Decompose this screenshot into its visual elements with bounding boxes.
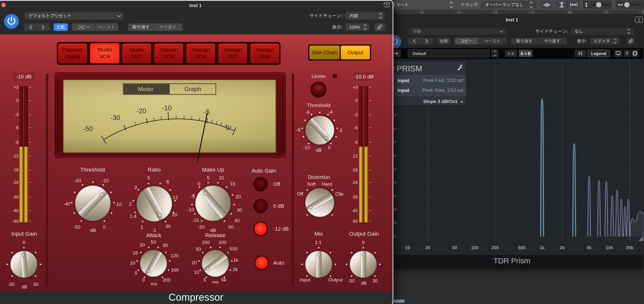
svg-text:Limiter: Limiter — [311, 74, 326, 79]
svg-text:10: 10 — [219, 175, 224, 180]
svg-text:0: 0 — [394, 140, 396, 144]
svg-text:VCA: VCA — [163, 54, 174, 59]
svg-text:Digital: Digital — [65, 54, 80, 59]
svg-text:5: 5 — [135, 270, 138, 276]
svg-text:10: 10 — [405, 245, 410, 250]
svg-text:0: 0 — [355, 98, 358, 103]
svg-text:Clip: Clip — [335, 191, 344, 196]
svg-text:-6: -6 — [15, 125, 19, 130]
svg-text:0: 0 — [394, 221, 396, 225]
svg-text:-6: -6 — [306, 110, 310, 115]
svg-text:-12: -12 — [351, 154, 358, 159]
svg-text:?: ? — [626, 51, 628, 56]
svg-text:-10.0 dB: -10.0 dB — [354, 74, 374, 79]
svg-text:-20: -20 — [136, 107, 146, 115]
svg-text:3: 3 — [134, 185, 137, 190]
svg-text:Ratio: Ratio — [148, 167, 160, 173]
svg-text:A > B: A > B — [520, 52, 531, 56]
svg-text:2k: 2k — [560, 245, 565, 250]
svg-text:-40: -40 — [12, 208, 19, 213]
svg-text:TDR Prism: TDR Prism — [494, 257, 531, 265]
svg-text:Opto: Opto — [259, 54, 271, 59]
svg-text:Vintage: Vintage — [256, 47, 274, 53]
svg-text:-40: -40 — [63, 201, 70, 207]
svg-text:dB: dB — [90, 228, 96, 233]
svg-text:-30: -30 — [74, 178, 81, 183]
svg-text:200: 200 — [163, 277, 171, 283]
svg-text:-40: -40 — [351, 208, 358, 213]
svg-text:10: 10 — [130, 260, 135, 266]
svg-text:Make Up: Make Up — [202, 167, 224, 173]
svg-text:0: 0 — [394, 99, 396, 104]
svg-text:20: 20 — [235, 194, 241, 199]
svg-text:-30: -30 — [351, 195, 358, 199]
svg-text:Vintage: Vintage — [192, 47, 210, 53]
svg-text:-15: -15 — [192, 218, 199, 223]
svg-text:0: 0 — [394, 207, 396, 212]
svg-text:500: 500 — [518, 245, 526, 250]
svg-text:-9: -9 — [354, 140, 358, 145]
svg-text:100%: 100% — [349, 25, 360, 30]
svg-text:-60: -60 — [351, 219, 358, 224]
svg-text:Soft: Soft — [307, 181, 316, 187]
svg-text:dB: dB — [361, 280, 367, 286]
svg-text:Input: Input — [397, 78, 409, 83]
svg-text:8: 8 — [166, 179, 169, 184]
svg-text:-24: -24 — [351, 180, 358, 185]
svg-text:20: 20 — [425, 245, 430, 250]
svg-text:Auto Gain: Auto Gain — [252, 168, 276, 174]
svg-text:-18: -18 — [351, 168, 358, 172]
svg-text:Output: Output — [328, 277, 343, 282]
svg-text:0: 0 — [16, 98, 19, 103]
svg-text:0: 0 — [394, 180, 396, 184]
svg-text:-24: -24 — [12, 180, 19, 185]
svg-text:5k: 5k — [587, 245, 592, 250]
svg-text:Vintage: Vintage — [224, 47, 242, 53]
svg-text:-10: -10 — [115, 202, 122, 207]
svg-text:80: 80 — [163, 243, 168, 248]
svg-text:120: 120 — [171, 253, 179, 258]
svg-text:160: 160 — [171, 267, 179, 273]
svg-text:-50: -50 — [83, 125, 93, 133]
svg-text:15: 15 — [133, 250, 138, 256]
svg-text:ms: ms — [151, 281, 157, 286]
svg-text:Mix: Mix — [314, 231, 323, 237]
svg-text:2k: 2k — [233, 267, 238, 272]
svg-text:-20: -20 — [198, 224, 205, 230]
svg-text:0: 0 — [394, 86, 396, 90]
svg-text:100: 100 — [471, 245, 478, 250]
svg-text:0: 0 — [394, 194, 396, 198]
svg-text:1:1: 1:1 — [315, 240, 321, 245]
svg-text:Output: Output — [347, 49, 363, 55]
svg-text:Peak Slow, 1/12 oct: Peak Slow, 1/12 oct — [423, 87, 464, 93]
svg-text:20: 20 — [191, 260, 197, 265]
svg-text:0: 0 — [394, 153, 396, 158]
svg-text:+3: +3 — [353, 85, 358, 90]
svg-text:-30: -30 — [110, 114, 120, 122]
svg-text:Classic: Classic — [160, 47, 177, 53]
svg-text:Distortion: Distortion — [308, 174, 330, 180]
svg-text:-10: -10 — [187, 207, 194, 212]
svg-text:Release: Release — [205, 232, 226, 238]
svg-text:Hard: Hard — [321, 181, 332, 187]
svg-text:50: 50 — [228, 224, 233, 230]
svg-text:15: 15 — [230, 181, 235, 186]
svg-text:10k: 10k — [606, 245, 613, 250]
svg-text:Off: Off — [273, 181, 280, 187]
svg-text:0: 0 — [394, 126, 396, 131]
svg-text:-10: -10 — [162, 104, 172, 112]
svg-text:Output Gain: Output Gain — [349, 231, 379, 237]
svg-text:0: 0 — [394, 167, 396, 171]
svg-text:-5: -5 — [191, 194, 195, 199]
svg-text:A B: A B — [508, 52, 514, 56]
svg-text:30: 30 — [237, 207, 242, 213]
svg-text:-30: -30 — [12, 195, 19, 199]
svg-text:PRISM: PRISM — [397, 64, 422, 73]
svg-text:Legend: Legend — [591, 51, 606, 56]
svg-text:FET: FET — [132, 54, 142, 59]
svg-text:Slope 3 dB/Oct: Slope 3 dB/Oct — [423, 99, 457, 104]
svg-text:1k: 1k — [233, 257, 238, 263]
svg-text:-3: -3 — [15, 112, 19, 117]
svg-text:Side Chain: Side Chain — [312, 49, 338, 55]
svg-text:-2: -2 — [338, 128, 343, 133]
